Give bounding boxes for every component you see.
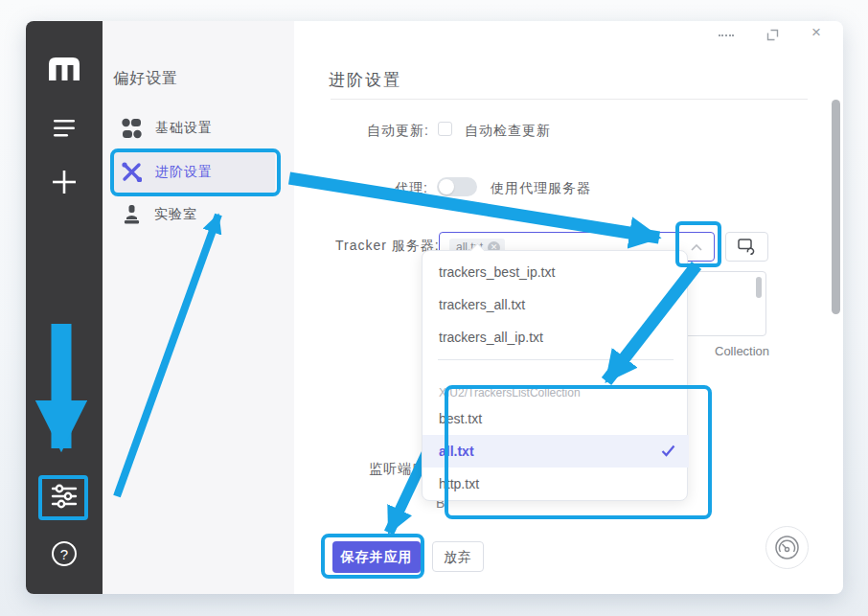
highlight-box-dropdown-group	[445, 385, 712, 519]
title-divider	[331, 99, 808, 100]
toggles-icon	[122, 118, 142, 139]
dropdown-item[interactable]: trackers_all.txt	[423, 288, 689, 321]
sidebar-item-lab[interactable]: 实验室	[123, 205, 197, 224]
highlight-box-advanced-settings	[110, 148, 281, 196]
preferences-panel	[103, 21, 294, 594]
sidebar-item-basic-settings[interactable]: 基础设置	[122, 118, 213, 139]
toggle-knob	[439, 179, 454, 194]
dropdown-item[interactable]: trackers_best_ip.txt	[423, 256, 689, 288]
lab-stamp-icon	[123, 205, 141, 224]
sync-trackers-button[interactable]	[725, 232, 768, 262]
highlight-box-save-button	[321, 534, 424, 579]
highlight-box-chevron	[675, 221, 721, 267]
proxy-label: 代理:	[395, 180, 428, 197]
maximize-button[interactable]	[766, 28, 779, 45]
restore-icon	[766, 29, 779, 41]
proxy-toggle[interactable]	[437, 177, 477, 196]
preferences-title: 偏好设置	[113, 69, 178, 89]
speedometer-icon	[774, 535, 800, 560]
add-task-icon[interactable]	[26, 171, 103, 194]
discard-button[interactable]: 放弃	[432, 541, 484, 572]
minimize-button[interactable]	[719, 34, 734, 37]
dropdown-item[interactable]: trackers_all_ip.txt	[423, 321, 689, 354]
help-icon[interactable]: ?	[26, 541, 103, 566]
textarea-scrollbar[interactable]	[756, 277, 762, 298]
motrix-logo	[26, 56, 103, 82]
auto-update-label: 自动更新:	[367, 123, 429, 140]
dropdown-divider	[438, 359, 674, 360]
listen-port-label: 监听端口	[369, 461, 426, 478]
logo-m-icon	[47, 56, 81, 82]
proxy-toggle-label: 使用代理服务器	[491, 180, 591, 197]
help-glyph: ?	[52, 541, 77, 566]
sync-icon	[738, 239, 756, 255]
auto-update-checkbox-label[interactable]: 自动检查更新	[465, 123, 551, 140]
window-scrollbar[interactable]	[832, 100, 840, 314]
speed-limit-button[interactable]	[765, 526, 809, 569]
hint-tail-collection: Collection	[715, 344, 769, 358]
task-list-icon[interactable]	[26, 120, 103, 137]
close-button[interactable]: ×	[811, 23, 821, 42]
highlight-box-preferences-icon	[38, 475, 88, 520]
sidebar-item-label: 基础设置	[155, 120, 213, 137]
sidebar-item-label: 实验室	[154, 206, 197, 223]
page-title: 进阶设置	[329, 69, 401, 91]
screenshot-stage: ? 偏好设置 基础设置 进阶设置	[0, 0, 868, 616]
auto-update-checkbox[interactable]	[438, 122, 452, 136]
